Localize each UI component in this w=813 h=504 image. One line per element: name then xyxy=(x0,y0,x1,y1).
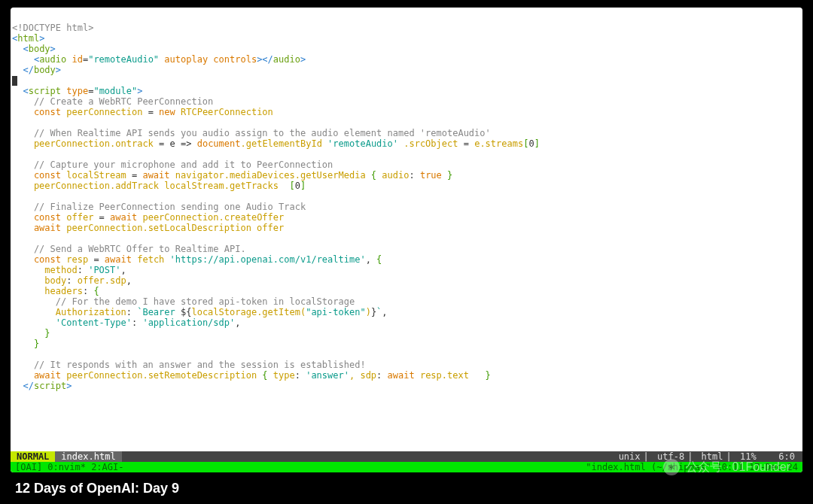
video-caption: 12 Days of OpenAI: Day 9 xyxy=(15,481,179,496)
wechat-icon: ✶ xyxy=(663,459,680,475)
terminal-window: <!DOCTYPE html> <html> <body> <audio id=… xyxy=(11,8,802,472)
watermark: ✶ 公众号 · 01Founder xyxy=(663,459,790,475)
vim-mode: NORMAL xyxy=(11,451,55,462)
tmux-left: [OAI] 0:nvim* 2:AGI- xyxy=(11,462,129,472)
status-enc: unix xyxy=(616,451,644,462)
status-file: index.html xyxy=(55,451,121,462)
cursor xyxy=(12,76,17,86)
code-editor[interactable]: <!DOCTYPE html> <html> <body> <audio id=… xyxy=(11,8,802,391)
watermark-text: 公众号 · 01Founder xyxy=(686,460,790,475)
code-line: <!DOCTYPE html> xyxy=(12,23,93,33)
